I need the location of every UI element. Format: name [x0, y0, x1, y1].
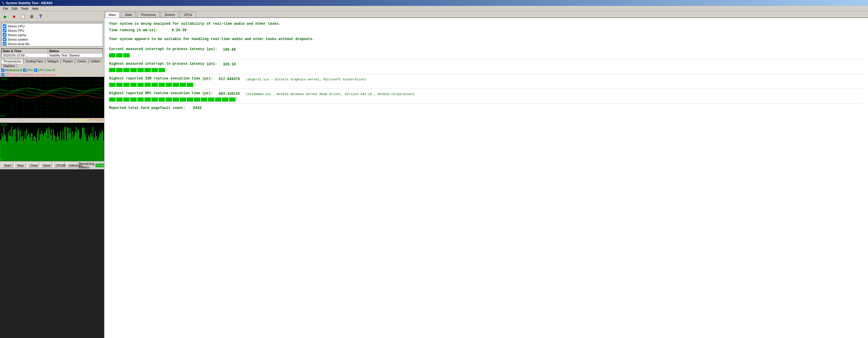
title-text: System Stability Test - AIDA64	[6, 1, 52, 5]
bar-block	[201, 97, 207, 102]
nav-tab-stats[interactable]: Stats	[121, 12, 136, 17]
stress-disk-checkbox[interactable]	[3, 42, 6, 46]
bar-block	[151, 83, 158, 87]
right-panel: Main Stats Processes Drivers CPUs Your s…	[104, 11, 868, 338]
stress-cpu-checkbox[interactable]	[3, 24, 6, 28]
metric-isr-bar	[109, 83, 863, 87]
metric-current-latency-label: Current measured interrupt to process la…	[109, 47, 217, 51]
sensor-tab-powers[interactable]: Powers	[61, 59, 75, 64]
bar-block	[187, 83, 193, 87]
bar-block	[144, 83, 151, 87]
cb-motherboard-label: Motherboard	[5, 68, 22, 72]
nav-tab-processes[interactable]: Processes	[137, 12, 160, 17]
bar-block	[123, 83, 130, 87]
bar-block	[116, 68, 123, 72]
bar-block	[151, 97, 158, 102]
cb-core1[interactable]	[34, 68, 37, 72]
sensor-tab-clocks[interactable]: Clocks	[75, 59, 88, 64]
time-label: Time running (h:mm:ss):	[109, 28, 158, 32]
report-button[interactable]: 📋	[19, 12, 27, 21]
nav-tab-cpus[interactable]: CPUs	[180, 12, 196, 17]
bar-block	[123, 97, 130, 102]
start-button[interactable]: Start	[1, 163, 13, 168]
app-container: ▶ ■ 📋 🖥 ? Stress CPU Stress FPU Stre	[0, 11, 868, 338]
metric-isr-label: Highest reported ISR routine execution t…	[109, 77, 213, 81]
stress-item-cpu: Stress CPU	[2, 24, 102, 28]
help-button[interactable]: ?	[36, 12, 45, 21]
stress-item-fpu: Stress FPU	[2, 28, 102, 33]
bar-block	[173, 83, 179, 87]
nav-tabs: Main Stats Processes Drivers CPUs	[104, 11, 868, 18]
bar-block	[130, 97, 137, 102]
menu-file[interactable]: File	[1, 6, 10, 11]
nav-tab-main[interactable]: Main	[105, 12, 120, 18]
stress-cpu-label: Stress CPU	[8, 24, 24, 28]
main-content: Your system is being analyzed for suitab…	[104, 18, 868, 338]
bar-block	[165, 83, 172, 87]
stress-item-disk: Stress local dis	[2, 41, 102, 46]
sensor-tab-temperatures[interactable]: Temperatures	[1, 59, 23, 64]
cb-samsung-label: SAMSUNG MZVLBS12HAJO	[22, 73, 56, 76]
bar-block	[116, 53, 123, 57]
stress-cache-checkbox[interactable]	[3, 33, 6, 37]
bar-block	[144, 68, 151, 72]
status-datetime-value: 2020/2/6 15:58:...	[2, 53, 48, 58]
cpu-chart-top-label: 100%	[1, 123, 7, 126]
menu-edit[interactable]: Edit	[10, 6, 19, 11]
metric-isr-detail: (dxgkrnl.sys - DirectX Graphics Kernel, …	[246, 78, 366, 81]
reference-button[interactable]: reference	[66, 163, 78, 168]
stress-system-label: Stress system	[8, 38, 28, 41]
cb-motherboard[interactable]	[1, 68, 4, 72]
stress-fpu-checkbox[interactable]	[3, 29, 6, 32]
bar-block	[180, 83, 186, 87]
toolbar: ▶ ■ 📋 🖥 ?	[0, 11, 104, 22]
metric-row-highest-latency: Highest measured interrupt to process la…	[109, 62, 863, 74]
metric-dpc-value: 683.438125	[219, 92, 240, 96]
metric-current-latency-bar	[109, 53, 863, 57]
chart-checkboxes: Motherboard CPU CPU Core #1 CPU Core # S…	[0, 68, 104, 77]
sensor-tab-coolingfans[interactable]: Cooling Fans	[24, 59, 45, 64]
time-value: 0:25:39	[172, 28, 186, 32]
menu-help[interactable]: Help	[30, 6, 40, 11]
stress-gpu-checkbox[interactable]	[3, 46, 6, 47]
title-bar: 🔧 System Stability Test - AIDA64	[0, 0, 868, 6]
temp-chart-bottom-label: 0°C	[1, 115, 5, 117]
metric-highest-latency-value: 329.10	[223, 62, 236, 66]
sensor-tabs: Temperatures Cooling Fans Voltages Power…	[0, 59, 104, 68]
chart-cb-cpu: CPU	[23, 68, 33, 72]
play-button[interactable]: ▶	[1, 12, 9, 21]
metric-highest-latency-label: Highest measured interrupt to process la…	[109, 62, 217, 66]
bar-block	[229, 97, 236, 102]
stress-cache-label: Stress cache	[8, 33, 27, 37]
stress-gpu-label: Stress GPU(s)	[8, 47, 29, 47]
metric-row-dpc: Highest reported DPC routine execution t…	[109, 91, 863, 104]
bar-block	[215, 97, 221, 102]
cpuid-button[interactable]: CPUID	[53, 163, 65, 168]
sensor-tab-unified[interactable]: Unified	[89, 59, 102, 64]
temp-chart-canvas	[0, 77, 104, 118]
stress-item-cache: Stress cache	[2, 33, 102, 37]
bar-block	[109, 97, 116, 102]
nav-tab-drivers[interactable]: Drivers	[161, 12, 179, 17]
cb-core2-label: CPU Core #	[5, 73, 21, 76]
cb-cpu[interactable]	[23, 68, 26, 72]
stress-system-checkbox[interactable]	[3, 37, 6, 41]
stress-fpu-label: Stress FPU	[8, 29, 24, 32]
bar-block	[208, 97, 214, 102]
clear-button[interactable]: Clear	[27, 163, 39, 168]
bar-block	[194, 97, 200, 102]
stop-button[interactable]: ■	[10, 12, 18, 21]
time-line: Time running (h:mm:ss): 0:25:39	[109, 28, 863, 32]
screenshot-button[interactable]: 🖥	[28, 12, 36, 21]
save-button[interactable]: Save	[40, 163, 52, 168]
analysis-text: Your system is being analyzed for suitab…	[109, 22, 863, 27]
status-table: Date & Time Status 2020/2/6 15:58:... St…	[1, 48, 103, 58]
cb-core2[interactable]	[1, 73, 4, 76]
stop-bottom-button[interactable]: Stop	[14, 163, 26, 168]
sensor-tab-statistics[interactable]: Statistics	[1, 64, 17, 68]
stress-tests-list: Stress CPU Stress FPU Stress cache Stres…	[1, 23, 103, 47]
left-panel: ▶ ■ 📋 🖥 ? Stress CPU Stress FPU Stre	[0, 11, 104, 338]
menu-tools[interactable]: Tools	[19, 6, 30, 11]
sensor-tab-voltages[interactable]: Voltages	[45, 59, 61, 64]
bar-block	[187, 97, 193, 102]
